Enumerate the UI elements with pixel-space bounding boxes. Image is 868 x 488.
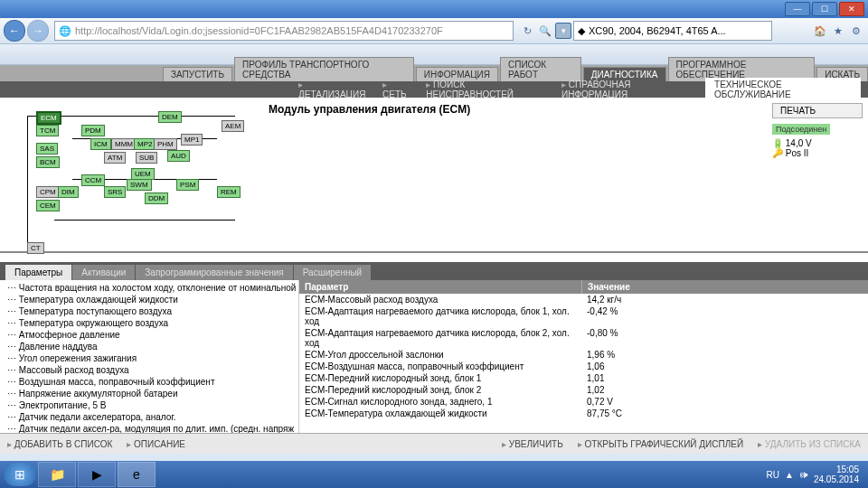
forward-button[interactable]: → (27, 20, 49, 42)
node-mp2[interactable]: MP2 (134, 138, 156, 150)
node-dim[interactable]: DIM (58, 186, 79, 198)
table-row[interactable]: ECM-Адаптация нагреваемого датчика кисло… (299, 305, 868, 327)
print-button[interactable]: ПЕЧАТЬ (772, 103, 863, 118)
module-title: Модуль управления двигателя (ECM) (259, 98, 767, 251)
node-aud[interactable]: AUD (167, 150, 190, 162)
btn-add-to-list[interactable]: ДОБАВИТЬ В СПИСОК (7, 439, 112, 449)
btn-open-graph[interactable]: ОТКРЫТЬ ГРАФИЧЕСКИЙ ДИСПЛЕЙ (578, 439, 743, 449)
lang-indicator[interactable]: RU (767, 470, 779, 480)
table-row[interactable]: ECM-Сигнал кислородного зонда, заднего, … (299, 396, 868, 408)
cell-value: 1,02 (581, 384, 868, 396)
favorites-icon[interactable]: ★ (830, 23, 846, 39)
list-item[interactable]: Массовый расход воздуха (0, 364, 298, 376)
cell-value: -0,80 % (581, 327, 868, 349)
node-cpm[interactable]: CPM (36, 186, 60, 198)
list-item[interactable]: Температура охлаждающей жидкости (0, 294, 298, 305)
node-uem[interactable]: UEM (131, 168, 155, 180)
taskbar-media[interactable]: ▶ (78, 462, 116, 487)
subtab-reference[interactable]: СПРАВОЧНАЯ ИНФОРМАЦИЯ (561, 80, 691, 99)
table-row[interactable]: ECM-Температура охлаждающей жидкости87,7… (299, 408, 868, 419)
dropdown-icon[interactable]: ▾ (555, 23, 571, 39)
node-sub[interactable]: SUB (136, 152, 157, 164)
node-bcm[interactable]: BCM (36, 156, 60, 168)
globe-icon: 🌐 (59, 25, 71, 37)
list-item[interactable]: Напряжение аккумуляторной батареи (0, 388, 298, 399)
subtab-detail[interactable]: ДЕТАЛИЗАЦИЯ (298, 80, 368, 99)
node-ccm[interactable]: CCM (81, 174, 105, 186)
node-mp1[interactable]: MP1 (181, 134, 203, 145)
tab-profile[interactable]: ПРОФИЛЬ ТРАНСПОРТНОГО СРЕДСТВА (234, 57, 414, 81)
taskbar-explorer[interactable]: 📁 (38, 462, 76, 487)
ptab-programmed[interactable]: Запрограммированные значения (136, 265, 292, 280)
tab-worklist[interactable]: СПИСОК РАБОТ (500, 57, 581, 81)
node-phm[interactable]: PHM (154, 138, 177, 150)
node-cem[interactable]: CEM (36, 200, 60, 211)
list-item[interactable]: Датчик педали акселератора, аналог. (0, 411, 298, 423)
list-item[interactable]: Электропитание, 5 В (0, 399, 298, 411)
home-icon[interactable]: 🏠 (812, 23, 828, 39)
table-row[interactable]: ECM-Передний кислородный зонд, блок 21,0… (299, 384, 868, 396)
node-pdm[interactable]: PDM (81, 125, 105, 136)
bottom-toolbar: ДОБАВИТЬ В СПИСОК ОПИСАНИЕ УВЕЛИЧИТЬ ОТК… (0, 433, 868, 454)
list-item[interactable]: Атмосферное давление (0, 329, 298, 341)
connection-status: Подсоединен (772, 124, 830, 135)
node-swm[interactable]: SWM (127, 179, 152, 191)
node-ct[interactable]: CT (27, 242, 44, 254)
maximize-button[interactable]: ☐ (812, 2, 837, 16)
cell-param: ECM-Сигнал кислородного зонда, заднего, … (299, 396, 581, 408)
node-psm[interactable]: PSM (176, 179, 199, 191)
list-item[interactable]: Датчик педали аксел-ра, модуляция по дли… (0, 423, 298, 433)
tools-icon[interactable]: ⚙ (848, 23, 864, 39)
search-icon[interactable]: 🔍 (537, 23, 553, 39)
cell-value: 1,01 (581, 372, 868, 384)
ptab-advanced[interactable]: Расширенный (294, 265, 371, 280)
ptab-parameters[interactable]: Параметры (5, 265, 71, 280)
tab-launch[interactable]: ЗАПУСТИТЬ (163, 67, 232, 81)
taskbar-ie[interactable]: e (118, 462, 156, 487)
close-button[interactable]: ✕ (839, 2, 864, 16)
node-atm[interactable]: ATM (104, 152, 126, 164)
list-item[interactable]: Воздушная масса, поправочный коэффициент (0, 376, 298, 388)
start-button[interactable]: ⊞ (4, 463, 36, 486)
node-ddm[interactable]: DDM (145, 192, 168, 204)
list-item[interactable]: Температура окружающего воздуха (0, 317, 298, 329)
table-row[interactable]: ECM-Массовый расход воздуха14,2 кг/ч (299, 294, 868, 305)
node-srs[interactable]: SRS (104, 186, 126, 198)
node-mmm[interactable]: MMM (111, 138, 137, 150)
node-aem[interactable]: AEM (222, 120, 244, 132)
node-ecm[interactable]: ECM (36, 111, 61, 125)
back-button[interactable]: ← (4, 20, 25, 42)
list-item[interactable]: Угол опережения зажигания (0, 352, 298, 364)
data-table: Параметр Значение ECM-Массовый расход во… (299, 280, 868, 433)
table-row[interactable]: ECM-Угол дроссельной заслонки1,96 % (299, 349, 868, 361)
tray-flag-icon[interactable]: ▲ (785, 470, 794, 480)
refresh-icon[interactable]: ↻ (519, 23, 535, 39)
cell-param: ECM-Адаптация нагреваемого датчика кисло… (299, 305, 581, 327)
ptab-activations[interactable]: Активации (72, 265, 135, 280)
table-row[interactable]: ECM-Передний кислородный зонд, блок 11,0… (299, 372, 868, 384)
btn-description[interactable]: ОПИСАНИЕ (127, 439, 185, 449)
address-bar[interactable]: 🌐 http://localhost/Vida/Login.do;jsessio… (54, 21, 514, 41)
node-icm[interactable]: ICM (90, 138, 111, 150)
list-item[interactable]: Давление наддува (0, 341, 298, 352)
btn-zoom[interactable]: УВЕЛИЧИТЬ (502, 439, 563, 449)
parameter-list[interactable]: Частота вращения на холостом ходу, откло… (0, 280, 299, 433)
table-row[interactable]: ECM-Адаптация нагреваемого датчика кисло… (299, 327, 868, 349)
node-sas[interactable]: SAS (36, 143, 58, 155)
node-tcm[interactable]: TCM (36, 125, 59, 136)
cell-value: 0,72 V (581, 396, 868, 408)
subtab-faults[interactable]: ПОИСК НЕИСПРАВНОСТЕЙ (426, 80, 547, 99)
list-item[interactable]: Частота вращения на холостом ходу, откло… (0, 282, 298, 294)
header-value: Значение (582, 280, 868, 294)
browser-tab[interactable]: ◆ XC90, 2004, B6294T, 4T65 A... (573, 21, 772, 41)
window-titlebar: — ☐ ✕ (0, 0, 868, 18)
cell-param: ECM-Температура охлаждающей жидкости (299, 408, 581, 419)
table-row[interactable]: ECM-Воздушная масса, поправочный коэффиц… (299, 361, 868, 372)
minimize-button[interactable]: — (785, 2, 810, 16)
subtab-network[interactable]: СЕТЬ (382, 80, 411, 99)
tray-network-icon[interactable]: 🕪 (799, 470, 808, 480)
tab-favicon: ◆ (578, 25, 585, 37)
list-item[interactable]: Температура поступающего воздуха (0, 305, 298, 317)
node-dem[interactable]: DEM (158, 111, 182, 123)
node-rem[interactable]: REM (217, 186, 241, 198)
